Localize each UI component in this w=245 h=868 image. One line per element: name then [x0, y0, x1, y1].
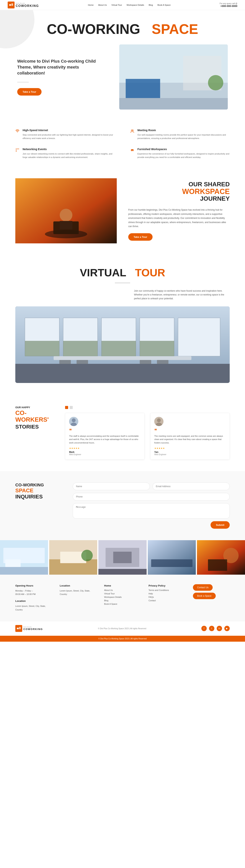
footer-loc1-title: Location [15, 599, 52, 602]
svg-rect-41 [140, 341, 174, 356]
svg-rect-68 [19, 627, 21, 629]
inq-submit-wrapper: Submit [211, 521, 230, 529]
footer-loc2-title: Location [60, 584, 96, 587]
footer-legal-title: Privacy Policy [149, 584, 185, 587]
feature-networking: Networking Events Join our vibrant netwo… [15, 148, 115, 159]
inq-email-input[interactable] [153, 483, 230, 490]
testimonial-cards: ❝ The staff is always accommodating and … [65, 413, 230, 460]
testi-avatar-2 [154, 417, 163, 426]
feature-internet: High-Speed Internet Stay connected and p… [15, 129, 115, 140]
gallery-item-5 [197, 540, 245, 575]
footer-terms[interactable]: Terms and Conditions [149, 589, 185, 591]
svg-rect-12 [17, 149, 18, 149]
testi-avatar-1 [69, 417, 78, 426]
testimonials-left: OUR HAPPY CO-WORKERS' STORIES [15, 406, 54, 430]
inq-submit-button[interactable]: Submit [211, 521, 230, 529]
inq-message-input[interactable] [73, 503, 230, 519]
hero-left: Welcome to Divi Plus Co-working Child Th… [17, 58, 108, 95]
footer-logo[interactable]: DIVI PLUS COWORKING [15, 625, 43, 632]
testi-dot-next[interactable] [70, 406, 73, 409]
svg-rect-19 [133, 151, 133, 152]
testi-dot-prev[interactable] [65, 406, 68, 409]
inq-name-input[interactable] [73, 483, 150, 490]
feature-meeting-desc: Our well-equipped meeting rooms provide … [137, 133, 230, 140]
social-facebook-icon[interactable]: f [202, 626, 207, 631]
testi-role-1: Web Engineer [69, 454, 141, 456]
journey-section: OUR SHARED WORKSPACE JOURNEY From our hu… [0, 170, 245, 255]
journey-cta-button[interactable]: Take a Tour [128, 233, 153, 241]
social-youtube-icon[interactable]: ▶ [224, 626, 230, 631]
footer-nav-about[interactable]: About Us [104, 589, 141, 591]
feature-workspace: Furnished Workspaces Experience the conv… [130, 148, 230, 159]
phone-number: +000-000-0000 [220, 5, 237, 7]
footer-faqs[interactable]: FAQs [149, 596, 185, 598]
testimonial-controls [65, 406, 230, 409]
svg-rect-17 [131, 149, 133, 151]
footer-copyright: © Divi Plus Co-Working Space 2023 | All … [98, 627, 146, 629]
testimonials-label: OUR HAPPY [15, 406, 54, 409]
svg-rect-11 [16, 149, 17, 149]
svg-rect-62 [148, 540, 196, 575]
feature-networking-desc: Join our vibrant networking events to co… [23, 152, 115, 159]
hero-image-placeholder [119, 44, 228, 110]
feature-networking-title: Networking Events [23, 148, 115, 151]
footer-col-nav: Home About Us Virtual Tour Workspace Det… [104, 584, 141, 612]
testimonials-right: ❝ The staff is always accommodating and … [65, 406, 230, 460]
hero-title-orange: SPACE [152, 22, 198, 37]
svg-rect-67 [17, 628, 19, 629]
svg-rect-6 [119, 98, 228, 110]
gallery-item-4 [148, 540, 196, 575]
vt-video-player[interactable] [15, 306, 230, 383]
footer-social-links: f t in ▶ [202, 626, 230, 631]
nav-about[interactable]: About Us [98, 4, 107, 6]
testi-text-2: The meeting rooms are well-equipped, and… [154, 434, 226, 445]
nav-book[interactable]: Book A Space [157, 4, 171, 6]
logo[interactable]: DIVI PLUS COWORKING [8, 2, 39, 8]
svg-rect-13 [19, 149, 19, 149]
testi-stars-2: ★★★★★ [154, 447, 226, 450]
footer-nav-vt[interactable]: Virtual Tour [104, 592, 141, 595]
footer-col-legal: Privacy Policy Terms and Conditions Help… [149, 584, 185, 612]
testi-quote-2: ❝ [154, 428, 226, 433]
svg-point-56 [81, 550, 93, 561]
inq-title-bottom: INQUIRIES [15, 494, 57, 500]
social-linkedin-icon[interactable]: in [217, 626, 222, 631]
footer-contact-button[interactable]: Contact Us [193, 584, 213, 591]
logo-icon [8, 2, 14, 8]
journey-heading-line1: OUR SHARED [128, 181, 230, 188]
nav-blog[interactable]: Blog [149, 4, 153, 6]
footer-book-button[interactable]: Book a Space [193, 593, 216, 599]
nav-home[interactable]: Home [88, 4, 93, 6]
inq-row-2 [73, 493, 230, 500]
svg-rect-35 [76, 360, 88, 364]
footer-col-location2: Location Lorem Ipsum, Street, City, Stat… [60, 584, 96, 612]
footer-nav-book[interactable]: Book A Space [104, 603, 141, 605]
gallery-section [0, 540, 245, 575]
feature-workspace-desc: Experience the convenience of our fully … [137, 152, 230, 159]
feature-workspace-content: Furnished Workspaces Experience the conv… [137, 148, 230, 159]
nav-workspace[interactable]: Workspace Details [126, 4, 144, 6]
inq-phone-input[interactable] [73, 493, 230, 500]
svg-point-10 [132, 130, 133, 131]
hero-image [119, 44, 228, 110]
footer-nav-blog[interactable]: Blog [104, 599, 141, 602]
svg-rect-16 [131, 150, 134, 151]
testi-text-1: The staff is always accommodating and th… [69, 434, 141, 445]
hero-content: Welcome to Divi Plus Co-working Child Th… [17, 44, 228, 110]
meeting-icon [130, 129, 134, 140]
contact-label: For any query call @ [220, 2, 237, 5]
footer-help[interactable]: Help [149, 592, 185, 595]
nav-virtual-tour[interactable]: Virtual Tour [112, 4, 122, 6]
hero-cta-button[interactable]: Take a Tour [17, 88, 41, 96]
inquiries-left: CO-WORKING SPACE INQUIRIES [15, 483, 57, 500]
workspace-icon [130, 148, 134, 159]
footer-contact[interactable]: Contact [149, 599, 185, 602]
social-twitter-icon[interactable]: t [209, 626, 214, 631]
footer-nav-workspace[interactable]: Workspace Details [104, 596, 141, 598]
svg-point-44 [72, 418, 75, 422]
footer-logo-text: COWORKING [23, 628, 43, 630]
footer-col-hours: Opening Hours Monday – Friday – 09:00 AM… [15, 584, 52, 612]
networking-icon [15, 148, 20, 159]
svg-rect-51 [0, 567, 48, 575]
svg-rect-31 [178, 318, 220, 356]
